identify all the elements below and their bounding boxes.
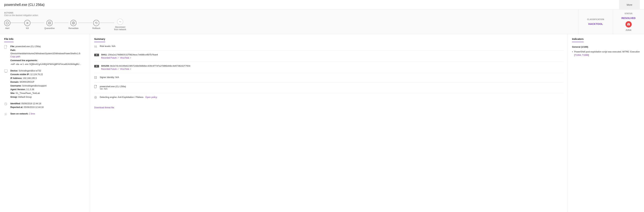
svg-rect-11 — [628, 23, 629, 25]
signer-content: Signer Identity: N/A — [100, 76, 119, 79]
classification-label: CLASSIFICATION — [587, 18, 604, 20]
detecting-row: Detecting engine: Anti Exploitation / Fi… — [94, 96, 564, 102]
agent-line: Agent Version: 3.1.3.38 — [10, 88, 86, 91]
header: powershell.exe (CLI 256a) More — [0, 0, 644, 10]
identified-value: 05/06/2019 12:44:18 — [21, 102, 41, 105]
sha256-badge: H — [94, 65, 99, 68]
username-line: Username: SchrodingersBox\support — [10, 84, 86, 88]
summary-title: Summary — [94, 38, 105, 42]
svg-point-21 — [5, 113, 6, 115]
status-icon — [626, 21, 632, 27]
step-remediate-circle[interactable] — [70, 20, 76, 26]
device-value: SchrodingersBox-w732 — [19, 70, 41, 72]
step-disconnect-circle[interactable] — [117, 19, 123, 25]
step-alert-label: Alert — [5, 27, 10, 29]
cmdline-label: Command line arguments: — [10, 59, 38, 62]
more-button[interactable]: More — [619, 0, 640, 10]
sha256-recorded-future-link[interactable]: Recorded Future ↗ — [101, 68, 118, 70]
svg-point-27 — [95, 97, 96, 98]
domain-value: WORKGROUP — [20, 81, 34, 83]
sha1-links: Recorded Future ↗ VirusTotal ↗ — [101, 57, 158, 59]
sha1-recorded-future-link[interactable]: Recorded Future ↗ — [101, 57, 118, 59]
step-kill[interactable]: Kill — [24, 20, 30, 29]
step-rollback[interactable]: Rollback — [92, 20, 100, 29]
classification-panel: CLASSIFICATION HACKTOOL — [578, 10, 613, 34]
site-line: Site: S1_ThreatTeam_TestLab — [10, 92, 86, 95]
open-policy-link[interactable]: Open policy — [145, 96, 157, 99]
step-rollback-circle[interactable] — [93, 20, 99, 26]
file-summary-row: powershell.exe (CLI 256a) Ver: N/A — [94, 85, 564, 93]
actions-subtitle: Click on the desired mitigation action. — [4, 14, 574, 16]
file-content: File: powershell.exe (CLI 256a) Path: \D… — [10, 45, 86, 66]
connector-2 — [30, 23, 44, 23]
step-alert[interactable]: Alert — [4, 20, 10, 29]
step-alert-circle[interactable] — [4, 20, 10, 26]
connector-3 — [54, 23, 68, 23]
risk-label: Risk levels: — [100, 45, 112, 47]
group-value: Default Group — [18, 96, 32, 98]
indicator-text-1: PowerShell post-exploitation script was … — [574, 50, 640, 57]
step-quarantine[interactable]: Quarantine — [44, 20, 54, 29]
timestamps-content: Identified: 05/06/2019 12:44:18 Reported… — [10, 102, 86, 110]
actions-label: ACTIONS — [4, 12, 574, 14]
sha256-virustotal-link[interactable]: VirusTotal ↗ — [120, 68, 131, 70]
detecting-label: Detecting engine: — [100, 96, 118, 99]
sha256-content: SHA256: 0e2e7dc44199e62305f2dde568b6ec43… — [101, 65, 190, 70]
step-remediate-label: Remediate — [68, 27, 78, 29]
step-rollback-label: Rollback — [92, 27, 100, 29]
risk-value: N/A — [112, 45, 116, 47]
connector-5 — [100, 23, 114, 23]
file-summary-icon — [94, 85, 98, 89]
sha1-content: SHA1: 256a2a179d803532f9824eac7e688ce9bf… — [101, 54, 158, 59]
step-quarantine-circle[interactable] — [46, 20, 53, 26]
sha256-links: Recorded Future ↗ VirusTotal ↗ — [101, 68, 190, 70]
step-remediate[interactable]: Remediate — [68, 20, 78, 29]
seen-network-line: Seen on network: 1 time — [10, 112, 86, 115]
step-quarantine-label: Quarantine — [44, 27, 54, 29]
path-label: Path: — [10, 49, 16, 51]
console-ip-value: 12.124.76.22 — [30, 73, 43, 76]
sha256-row: H SHA256: 0e2e7dc44199e62305f2dde568b6ec… — [94, 65, 564, 73]
svg-rect-13 — [4, 45, 6, 49]
bullet-icon: • — [572, 50, 573, 53]
indicators-title: Indicators — [572, 38, 584, 42]
step-kill-circle[interactable] — [24, 20, 30, 26]
step-disconnect-label: Disconnectfrom network — [114, 26, 126, 31]
indicator-item-1: • PowerShell post-exploitation script wa… — [572, 50, 640, 57]
step-disconnect[interactable]: Disconnectfrom network — [114, 19, 126, 31]
general-count: General (1/169) — [572, 46, 640, 48]
sha1-row: H SHA1: 256a2a179d803532f9824eac7e688ce9… — [94, 54, 564, 62]
mitre-t1064-link[interactable]: T1064 — [575, 54, 581, 56]
svg-line-20 — [6, 104, 6, 104]
download-threat-link[interactable]: Download threat file — [94, 106, 114, 109]
cmdline-value: -noP -sta -w 1 -enc SQBmACgAJABQAFMAVgBF… — [10, 63, 81, 65]
status-value: RESOLVED — [622, 16, 636, 19]
sha1-virustotal-link[interactable]: VirusTotal ↗ — [120, 57, 131, 59]
signer-icon — [94, 76, 98, 79]
detecting-content: Detecting engine: Anti Exploitation / Fi… — [100, 96, 157, 99]
file-label: File: — [10, 45, 16, 48]
mitre-t1086-link[interactable]: T1086 — [582, 54, 588, 56]
cmdline-value-line: -noP -sta -w 1 -enc SQBmACgAJABQAFMAVgBF… — [10, 63, 86, 66]
timestamps-row: Identified: 05/06/2019 12:44:18 Reported… — [4, 102, 86, 110]
classification-value: HACKTOOL — [588, 22, 603, 25]
svg-rect-14 — [4, 70, 8, 72]
network-content: Seen on network: 1 time — [10, 112, 86, 116]
indicators-panel: Indicators General (1/169) • PowerShell … — [568, 34, 644, 212]
signer-row: Signer Identity: N/A — [94, 76, 564, 82]
seen-network-link[interactable]: 1 time — [29, 112, 35, 115]
file-summary-name: powershell.exe (CLI 256a) — [100, 85, 126, 88]
identified-line: Identified: 05/06/2019 12:44:18 — [10, 102, 86, 105]
copy-path-link[interactable]: Copy path — [10, 55, 20, 58]
username-value: SchrodingersBox\support — [22, 85, 46, 87]
sha1-value: SHA1: 256a2a179d803532f9824eac7e688ce9bf… — [101, 54, 158, 56]
domain-line: Domain: WORKGROUP — [10, 81, 86, 84]
network-row: Seen on network: 1 time — [4, 112, 86, 116]
console-ip-line: Console visible IP: 12.124.76.22 — [10, 73, 86, 76]
file-summary-content: powershell.exe (CLI 256a) Ver: N/A — [100, 85, 126, 90]
file-icon — [4, 45, 8, 66]
detecting-icon — [94, 96, 98, 99]
file-info-title: File Info — [4, 38, 14, 42]
clock-icon — [4, 102, 8, 110]
cmdline-label-line: Command line arguments: — [10, 59, 86, 62]
